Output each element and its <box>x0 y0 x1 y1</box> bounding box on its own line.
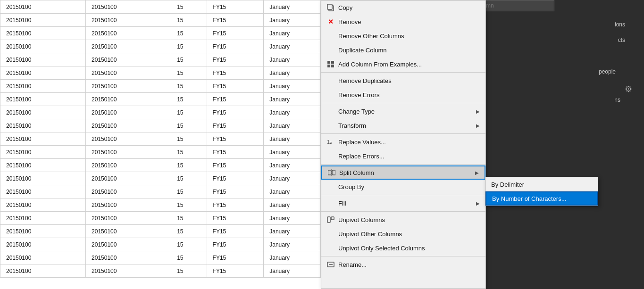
gear-icon[interactable]: ⚙ <box>625 84 632 94</box>
submenu-arrow-icon: ▶ <box>475 170 479 175</box>
right-panel-ns-label: ns <box>614 97 620 103</box>
menu-item-transform[interactable]: Transform▶ <box>321 118 485 132</box>
table-row: 201501002015010015FY15January <box>0 27 321 40</box>
table-row: 201501002015010015FY15January <box>0 172 321 185</box>
remove-x-icon: ✕ <box>328 18 334 25</box>
no-icon <box>325 242 336 254</box>
menu-item-remove[interactable]: ✕Remove <box>321 15 485 29</box>
table-row: 201501002015010015FY15January <box>0 80 321 93</box>
submenu-arrow-icon: ▶ <box>476 123 480 128</box>
menu-item-label: Copy <box>338 4 480 11</box>
svg-rect-4 <box>327 65 330 67</box>
unpivot-icon <box>325 214 336 225</box>
table-row: 201501002015010015FY15January <box>0 264 321 278</box>
menu-separator <box>321 164 485 165</box>
svg-rect-3 <box>331 61 334 64</box>
split-icon <box>326 167 337 178</box>
table-row: 201501002015010015FY15January <box>0 251 321 264</box>
svg-rect-1 <box>327 4 332 9</box>
grid-icon <box>325 58 336 70</box>
table-row: 201501002015010015FY15January <box>0 0 321 14</box>
table-row: 201501002015010015FY15January <box>0 225 321 238</box>
menu-item-label: Remove <box>338 18 480 25</box>
menu-item-remove-other-columns[interactable]: Remove Other Columns <box>321 29 485 43</box>
no-icon <box>325 150 336 162</box>
menu-item-unpivot-only-selected[interactable]: Unpivot Only Selected Columns <box>321 241 485 255</box>
svg-rect-11 <box>331 217 334 220</box>
menu-separator <box>321 133 485 134</box>
menu-item-split-column[interactable]: Split Column▶ <box>321 165 485 180</box>
menu-separator <box>321 72 485 73</box>
menu-item-unpivot-other-columns[interactable]: Unpivot Other Columns <box>321 227 485 241</box>
right-panel-mn-input[interactable] <box>484 0 554 11</box>
table-row: 201501002015010015FY15January <box>0 212 321 225</box>
no-icon <box>325 44 336 56</box>
submenu-item-by-number-of-chars[interactable]: By Number of Characters... <box>485 191 598 206</box>
table-row: 201501002015010015FY15January <box>0 185 321 198</box>
menu-item-label: Fill <box>338 200 476 207</box>
submenu-item-by-delimiter[interactable]: By Delimiter <box>485 177 598 191</box>
copy-icon <box>325 2 336 13</box>
no-icon <box>325 198 336 209</box>
right-panel-ons-label: ions <box>615 21 625 28</box>
table-row: 201501002015010015FY15January <box>0 119 321 132</box>
table-row: 201501002015010015FY15January <box>0 14 321 27</box>
no-icon <box>325 181 336 192</box>
no-icon <box>325 30 336 41</box>
submenu-arrow-icon: ▶ <box>476 109 480 114</box>
menu-item-label: Unpivot Columns <box>338 216 480 223</box>
menu-item-copy[interactable]: Copy <box>321 0 485 15</box>
menu-item-rename[interactable]: Rename... <box>321 257 485 272</box>
no-icon <box>325 228 336 239</box>
menu-item-label: Remove Errors <box>338 91 480 99</box>
svg-rect-8 <box>332 170 335 175</box>
menu-separator <box>321 211 485 212</box>
table-row: 201501002015010015FY15January <box>0 146 321 159</box>
data-table: 201501002015010015FY15January20150100201… <box>0 0 321 289</box>
menu-item-label: Split Column <box>339 169 475 176</box>
menu-item-change-type[interactable]: Change Type▶ <box>321 104 485 118</box>
menu-item-unpivot-columns[interactable]: Unpivot Columns <box>321 213 485 227</box>
menu-item-label: Replace Errors... <box>338 153 480 160</box>
table-row: 201501002015010015FY15January <box>0 66 321 80</box>
rename-icon <box>325 259 336 270</box>
menu-item-fill[interactable]: Fill▶ <box>321 196 485 210</box>
menu-item-label: Duplicate Column <box>338 47 480 54</box>
menu-item-label: Unpivot Other Columns <box>338 231 480 238</box>
no-icon <box>325 75 336 86</box>
menu-item-label: Transform <box>338 122 476 129</box>
right-panel-people-label: people <box>599 68 616 75</box>
svg-rect-7 <box>328 170 331 175</box>
table-row: 201501002015010015FY15January <box>0 198 321 212</box>
table-row: 201501002015010015FY15January <box>0 40 321 53</box>
table-row: 201501002015010015FY15January <box>0 238 321 251</box>
menu-item-group-by[interactable]: Group By <box>321 180 485 194</box>
menu-item-replace-errors[interactable]: Replace Errors... <box>321 149 485 163</box>
submenu-arrow-icon: ▶ <box>476 201 480 206</box>
no-icon <box>325 120 336 131</box>
no-icon <box>325 89 336 100</box>
table-row: 201501002015010015FY15January <box>0 53 321 66</box>
svg-rect-2 <box>327 61 330 64</box>
menu-item-duplicate-column[interactable]: Duplicate Column <box>321 43 485 57</box>
table-row: 201501002015010015FY15January <box>0 159 321 172</box>
menu-item-label: Rename... <box>338 261 480 268</box>
table-row: 201501002015010015FY15January <box>0 93 321 106</box>
no-icon <box>325 106 336 117</box>
remove-x-icon: ✕ <box>325 16 336 27</box>
menu-item-label: Remove Duplicates <box>338 77 480 84</box>
table-row: 201501002015010015FY15January <box>0 106 321 119</box>
context-menu: Copy✕RemoveRemove Other ColumnsDuplicate… <box>321 0 486 289</box>
menu-item-label: Replace Values... <box>338 139 480 146</box>
menu-item-label: Unpivot Only Selected Columns <box>338 245 480 252</box>
svg-rect-5 <box>331 65 334 67</box>
menu-item-add-column-examples[interactable]: Add Column From Examples... <box>321 57 485 71</box>
menu-item-label: Change Type <box>338 108 476 115</box>
menu-item-label: Remove Other Columns <box>338 33 480 40</box>
menu-item-replace-values[interactable]: 1₂Replace Values... <box>321 135 485 149</box>
menu-item-remove-errors[interactable]: Remove Errors <box>321 88 485 102</box>
menu-item-remove-duplicates[interactable]: Remove Duplicates <box>321 74 485 88</box>
menu-item-label: Group By <box>338 183 480 190</box>
replace-icon: 1₂ <box>325 136 336 148</box>
right-panel-cts-label: cts <box>618 37 625 43</box>
